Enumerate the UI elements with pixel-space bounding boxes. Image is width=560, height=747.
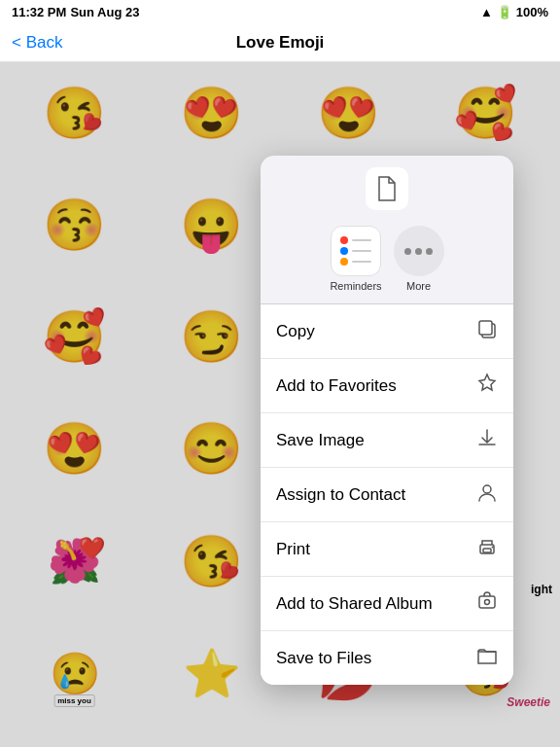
printer-icon [476, 536, 498, 562]
assign-contact-button[interactable]: Assign to Contact [261, 468, 513, 522]
copy-button[interactable]: Copy [261, 304, 513, 359]
reminders-label: Reminders [330, 280, 381, 292]
page-title: Love Emoji [236, 33, 325, 53]
svg-point-7 [485, 600, 490, 605]
nav-bar: < Back Love Emoji [0, 23, 560, 62]
status-time-date: 11:32 PM Sun Aug 23 [12, 5, 139, 19]
save-image-label: Save Image [276, 431, 365, 450]
reminders-icon [331, 226, 381, 276]
add-favorites-label: Add to Favorites [276, 376, 397, 396]
folder-icon [476, 645, 498, 671]
add-shared-album-button[interactable]: Add to Shared Album [261, 577, 513, 631]
context-apps-row: Reminders More [261, 218, 513, 303]
more-label: More [406, 280, 431, 292]
add-shared-album-label: Add to Shared Album [276, 594, 433, 614]
status-time: 11:32 PM [12, 5, 66, 19]
status-bar: 11:32 PM Sun Aug 23 ▲ 🔋 100% [0, 0, 560, 23]
download-icon [476, 427, 498, 453]
save-files-label: Save to Files [276, 649, 371, 668]
add-favorites-button[interactable]: Add to Favorites [261, 359, 513, 413]
print-button[interactable]: Print [261, 522, 513, 577]
reminders-app[interactable]: Reminders [330, 226, 381, 292]
copy-icon [476, 318, 498, 344]
svg-point-2 [483, 485, 491, 493]
svg-rect-6 [479, 596, 495, 608]
context-top-icons [261, 156, 513, 218]
status-date: Sun Aug 23 [70, 5, 139, 19]
svg-rect-1 [479, 321, 492, 335]
save-files-button[interactable]: Save to Files [261, 631, 513, 685]
battery-percent: 100% [516, 5, 548, 19]
svg-point-5 [492, 547, 494, 549]
shared-icon [476, 590, 498, 617]
more-app[interactable]: More [394, 226, 444, 292]
back-button[interactable]: < Back [12, 33, 62, 53]
svg-rect-4 [483, 549, 491, 552]
context-menu: Reminders More Copy Add to Favorites [261, 156, 513, 685]
file-icon [366, 167, 408, 210]
person-icon [476, 481, 498, 508]
wifi-icon: ▲ [480, 5, 493, 19]
copy-label: Copy [276, 322, 315, 341]
more-icon [394, 226, 444, 276]
star-icon [476, 373, 498, 399]
battery-icon: 🔋 [497, 5, 512, 19]
print-label: Print [276, 540, 310, 559]
save-image-button[interactable]: Save Image [261, 413, 513, 468]
assign-contact-label: Assign to Contact [276, 485, 405, 505]
status-indicators: ▲ 🔋 100% [480, 5, 548, 19]
